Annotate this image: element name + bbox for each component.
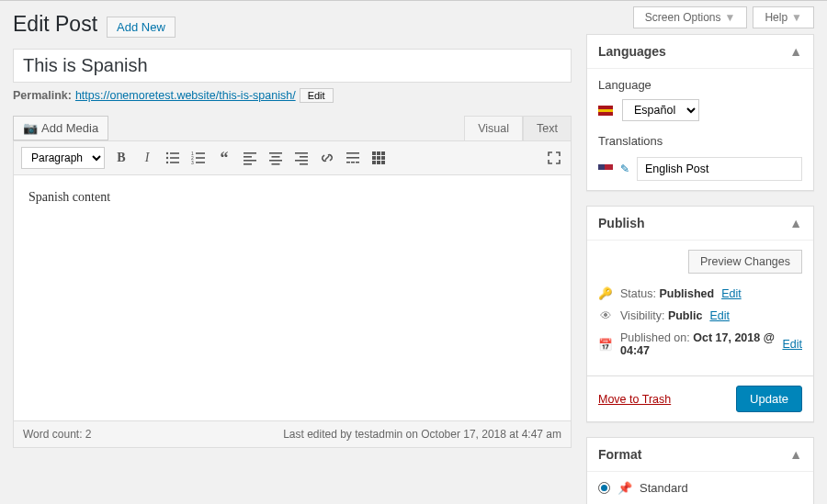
languages-panel: Languages ▲ Language Español Translation… xyxy=(586,34,814,191)
tab-text[interactable]: Text xyxy=(523,116,572,140)
svg-rect-1 xyxy=(170,152,179,154)
svg-rect-9 xyxy=(196,157,205,159)
eye-icon: 👁 xyxy=(598,309,613,322)
collapse-icon: ▲ xyxy=(789,216,802,230)
help-button[interactable]: Help▼ xyxy=(753,6,814,28)
published-row: 📅 Published on: Oct 17, 2018 @ 04:47 Edi… xyxy=(598,331,802,357)
format-panel: Format ▲ 📌 Standard xyxy=(586,437,814,504)
svg-rect-26 xyxy=(346,162,350,163)
bold-icon[interactable]: B xyxy=(112,149,130,167)
publish-title: Publish xyxy=(598,216,645,230)
format-title: Format xyxy=(598,447,641,462)
editor-footer: Word count: 2 Last edited by testadmin o… xyxy=(13,421,572,448)
word-count: Word count: 2 xyxy=(23,428,92,441)
svg-rect-13 xyxy=(244,156,252,158)
format-standard-label: Standard xyxy=(640,481,688,495)
heading-row: Edit Post Add New xyxy=(13,12,572,38)
languages-title: Languages xyxy=(598,44,666,59)
permalink-label: Permalink: xyxy=(13,89,72,102)
format-panel-header[interactable]: Format ▲ xyxy=(587,438,813,472)
svg-rect-3 xyxy=(170,157,179,159)
visibility-edit-link[interactable]: Edit xyxy=(709,309,730,322)
align-center-icon[interactable] xyxy=(266,149,285,167)
svg-rect-35 xyxy=(372,161,376,164)
update-button[interactable]: Update xyxy=(736,386,802,412)
add-media-label: Add Media xyxy=(41,121,98,135)
svg-rect-21 xyxy=(300,156,308,158)
align-left-icon[interactable] xyxy=(241,149,259,167)
align-right-icon[interactable] xyxy=(292,149,311,167)
status-edit-link[interactable]: Edit xyxy=(721,287,742,300)
tab-visual[interactable]: Visual xyxy=(464,116,523,140)
visibility-row: 👁 Visibility: Public Edit xyxy=(598,309,802,322)
preview-changes-button[interactable]: Preview Changes xyxy=(688,250,802,274)
svg-point-0 xyxy=(166,152,168,154)
editor-tabs: Visual Text xyxy=(464,116,572,140)
publish-panel-header[interactable]: Publish ▲ xyxy=(587,207,813,241)
format-select[interactable]: Paragraph xyxy=(21,147,105,169)
svg-point-2 xyxy=(166,157,168,159)
svg-rect-23 xyxy=(300,163,308,165)
svg-rect-27 xyxy=(351,162,355,163)
published-edit-link[interactable]: Edit xyxy=(782,338,802,351)
permalink-edit-button[interactable]: Edit xyxy=(300,88,334,103)
move-to-trash-link[interactable]: Move to Trash xyxy=(598,393,671,406)
languages-panel-header[interactable]: Languages ▲ xyxy=(587,35,813,69)
svg-rect-33 xyxy=(377,156,380,160)
last-edited: Last edited by testadmin on October 17, … xyxy=(283,428,561,441)
collapse-icon: ▲ xyxy=(789,447,802,462)
svg-point-4 xyxy=(166,162,168,163)
chevron-down-icon: ▼ xyxy=(791,11,802,24)
fullscreen-icon[interactable] xyxy=(545,149,563,167)
bullet-list-icon[interactable] xyxy=(164,149,182,167)
language-label: Language xyxy=(598,78,802,92)
format-standard-radio[interactable] xyxy=(598,482,610,494)
translation-input[interactable] xyxy=(637,157,802,181)
toolbar-toggle-icon[interactable] xyxy=(369,149,388,167)
add-new-button[interactable]: Add New xyxy=(107,17,176,38)
svg-rect-12 xyxy=(244,152,256,154)
flag-es-icon xyxy=(598,106,613,116)
svg-rect-16 xyxy=(269,152,282,154)
permalink-row: Permalink: https://onemoretest.website/t… xyxy=(13,88,572,103)
svg-rect-28 xyxy=(356,162,359,163)
svg-rect-20 xyxy=(295,152,308,154)
svg-rect-36 xyxy=(377,161,380,164)
svg-rect-32 xyxy=(372,156,376,160)
post-title-input[interactable] xyxy=(13,49,572,83)
link-icon[interactable] xyxy=(318,149,336,167)
chevron-down-icon: ▼ xyxy=(725,11,736,24)
svg-rect-11 xyxy=(196,162,205,163)
italic-icon[interactable]: I xyxy=(138,149,156,167)
page-title: Edit Post xyxy=(13,12,97,37)
svg-rect-24 xyxy=(346,152,359,154)
editor-toolbar: Paragraph B I 123 “ xyxy=(13,140,572,175)
svg-rect-34 xyxy=(381,156,385,160)
svg-rect-15 xyxy=(244,163,252,165)
language-select[interactable]: Español xyxy=(622,99,699,121)
svg-rect-18 xyxy=(269,160,282,162)
svg-rect-7 xyxy=(196,152,205,154)
svg-rect-22 xyxy=(295,160,308,162)
screen-options-button[interactable]: Screen Options▼ xyxy=(633,6,748,28)
numbered-list-icon[interactable]: 123 xyxy=(189,149,208,167)
svg-text:3: 3 xyxy=(191,160,194,165)
svg-rect-17 xyxy=(272,156,280,158)
media-icon: 📷 xyxy=(23,121,38,135)
svg-rect-37 xyxy=(381,161,385,164)
publish-panel: Publish ▲ Preview Changes 🔑 Status: Publ… xyxy=(586,206,814,422)
calendar-icon: 📅 xyxy=(598,338,613,352)
screen-options-label: Screen Options xyxy=(645,11,721,24)
editor-content[interactable]: Spanish content xyxy=(13,175,572,421)
read-more-icon[interactable] xyxy=(344,149,362,167)
svg-rect-19 xyxy=(272,163,280,165)
svg-rect-25 xyxy=(346,157,359,159)
quote-icon[interactable]: “ xyxy=(215,149,233,167)
svg-rect-31 xyxy=(381,151,385,155)
pencil-icon[interactable]: ✎ xyxy=(620,162,629,175)
key-icon: 🔑 xyxy=(598,286,613,300)
help-label: Help xyxy=(765,11,787,24)
permalink-url-link[interactable]: https://onemoretest.website/this-is-span… xyxy=(75,89,296,102)
add-media-button[interactable]: 📷Add Media xyxy=(13,116,108,140)
flag-us-icon xyxy=(598,164,613,174)
